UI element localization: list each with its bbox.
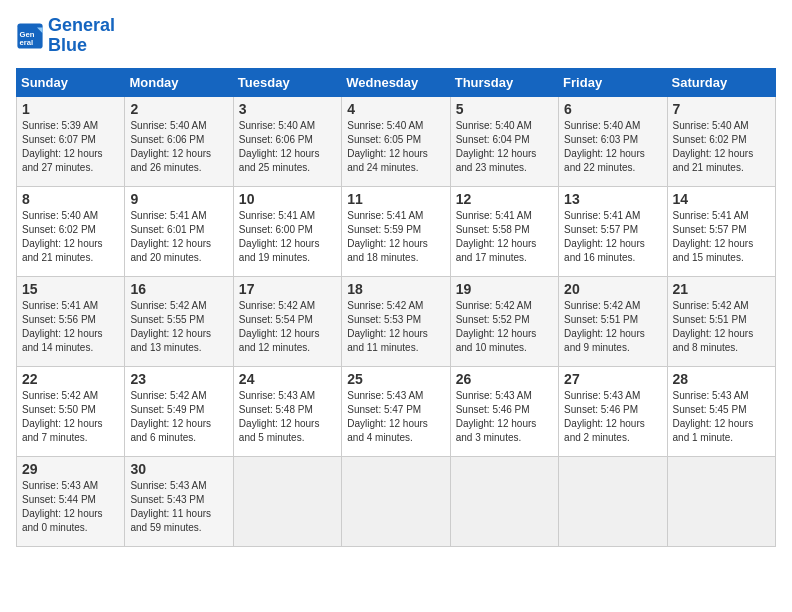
day-info: Sunrise: 5:41 AMSunset: 5:59 PMDaylight:… (347, 209, 444, 265)
calendar-cell: 24Sunrise: 5:43 AMSunset: 5:48 PMDayligh… (233, 366, 341, 456)
logo-icon: Gen eral (16, 22, 44, 50)
calendar-cell: 18Sunrise: 5:42 AMSunset: 5:53 PMDayligh… (342, 276, 450, 366)
day-number: 18 (347, 281, 444, 297)
calendar-cell: 19Sunrise: 5:42 AMSunset: 5:52 PMDayligh… (450, 276, 558, 366)
day-header-friday: Friday (559, 68, 667, 96)
day-info: Sunrise: 5:42 AMSunset: 5:52 PMDaylight:… (456, 299, 553, 355)
calendar-cell: 12Sunrise: 5:41 AMSunset: 5:58 PMDayligh… (450, 186, 558, 276)
day-header-sunday: Sunday (17, 68, 125, 96)
day-number: 24 (239, 371, 336, 387)
calendar-cell: 23Sunrise: 5:42 AMSunset: 5:49 PMDayligh… (125, 366, 233, 456)
logo-text: General Blue (48, 16, 115, 56)
day-info: Sunrise: 5:41 AMSunset: 5:58 PMDaylight:… (456, 209, 553, 265)
calendar-cell: 14Sunrise: 5:41 AMSunset: 5:57 PMDayligh… (667, 186, 775, 276)
calendar-cell: 11Sunrise: 5:41 AMSunset: 5:59 PMDayligh… (342, 186, 450, 276)
day-info: Sunrise: 5:43 AMSunset: 5:44 PMDaylight:… (22, 479, 119, 535)
day-number: 3 (239, 101, 336, 117)
day-info: Sunrise: 5:43 AMSunset: 5:45 PMDaylight:… (673, 389, 770, 445)
day-info: Sunrise: 5:40 AMSunset: 6:02 PMDaylight:… (22, 209, 119, 265)
day-info: Sunrise: 5:43 AMSunset: 5:48 PMDaylight:… (239, 389, 336, 445)
calendar-cell: 4Sunrise: 5:40 AMSunset: 6:05 PMDaylight… (342, 96, 450, 186)
day-number: 26 (456, 371, 553, 387)
day-number: 22 (22, 371, 119, 387)
day-info: Sunrise: 5:42 AMSunset: 5:49 PMDaylight:… (130, 389, 227, 445)
calendar-cell (559, 456, 667, 546)
calendar-cell: 16Sunrise: 5:42 AMSunset: 5:55 PMDayligh… (125, 276, 233, 366)
day-header-saturday: Saturday (667, 68, 775, 96)
calendar-cell: 15Sunrise: 5:41 AMSunset: 5:56 PMDayligh… (17, 276, 125, 366)
calendar-cell: 2Sunrise: 5:40 AMSunset: 6:06 PMDaylight… (125, 96, 233, 186)
day-info: Sunrise: 5:39 AMSunset: 6:07 PMDaylight:… (22, 119, 119, 175)
day-number: 9 (130, 191, 227, 207)
calendar-cell: 22Sunrise: 5:42 AMSunset: 5:50 PMDayligh… (17, 366, 125, 456)
calendar-cell: 27Sunrise: 5:43 AMSunset: 5:46 PMDayligh… (559, 366, 667, 456)
calendar-cell: 20Sunrise: 5:42 AMSunset: 5:51 PMDayligh… (559, 276, 667, 366)
calendar-body: 1Sunrise: 5:39 AMSunset: 6:07 PMDaylight… (17, 96, 776, 546)
day-info: Sunrise: 5:42 AMSunset: 5:53 PMDaylight:… (347, 299, 444, 355)
page-header: Gen eral General Blue (16, 16, 776, 56)
calendar-cell: 3Sunrise: 5:40 AMSunset: 6:06 PMDaylight… (233, 96, 341, 186)
calendar-cell: 29Sunrise: 5:43 AMSunset: 5:44 PMDayligh… (17, 456, 125, 546)
day-number: 10 (239, 191, 336, 207)
day-info: Sunrise: 5:42 AMSunset: 5:55 PMDaylight:… (130, 299, 227, 355)
day-number: 13 (564, 191, 661, 207)
day-number: 30 (130, 461, 227, 477)
calendar-cell: 6Sunrise: 5:40 AMSunset: 6:03 PMDaylight… (559, 96, 667, 186)
day-number: 14 (673, 191, 770, 207)
calendar-cell: 28Sunrise: 5:43 AMSunset: 5:45 PMDayligh… (667, 366, 775, 456)
day-info: Sunrise: 5:41 AMSunset: 5:57 PMDaylight:… (673, 209, 770, 265)
calendar-week-0: 1Sunrise: 5:39 AMSunset: 6:07 PMDaylight… (17, 96, 776, 186)
day-header-thursday: Thursday (450, 68, 558, 96)
day-number: 1 (22, 101, 119, 117)
day-info: Sunrise: 5:41 AMSunset: 6:01 PMDaylight:… (130, 209, 227, 265)
calendar-week-4: 29Sunrise: 5:43 AMSunset: 5:44 PMDayligh… (17, 456, 776, 546)
calendar-cell: 30Sunrise: 5:43 AMSunset: 5:43 PMDayligh… (125, 456, 233, 546)
calendar-cell: 25Sunrise: 5:43 AMSunset: 5:47 PMDayligh… (342, 366, 450, 456)
svg-text:eral: eral (20, 38, 34, 47)
calendar-header-row: SundayMondayTuesdayWednesdayThursdayFrid… (17, 68, 776, 96)
calendar-cell (233, 456, 341, 546)
day-info: Sunrise: 5:40 AMSunset: 6:04 PMDaylight:… (456, 119, 553, 175)
day-number: 15 (22, 281, 119, 297)
day-number: 19 (456, 281, 553, 297)
day-number: 11 (347, 191, 444, 207)
day-info: Sunrise: 5:40 AMSunset: 6:06 PMDaylight:… (239, 119, 336, 175)
calendar-cell: 5Sunrise: 5:40 AMSunset: 6:04 PMDaylight… (450, 96, 558, 186)
day-info: Sunrise: 5:41 AMSunset: 6:00 PMDaylight:… (239, 209, 336, 265)
calendar-cell (667, 456, 775, 546)
calendar-cell (450, 456, 558, 546)
day-number: 21 (673, 281, 770, 297)
day-number: 28 (673, 371, 770, 387)
day-info: Sunrise: 5:43 AMSunset: 5:47 PMDaylight:… (347, 389, 444, 445)
calendar-cell: 8Sunrise: 5:40 AMSunset: 6:02 PMDaylight… (17, 186, 125, 276)
calendar-table: SundayMondayTuesdayWednesdayThursdayFrid… (16, 68, 776, 547)
day-number: 5 (456, 101, 553, 117)
day-number: 2 (130, 101, 227, 117)
day-info: Sunrise: 5:42 AMSunset: 5:51 PMDaylight:… (564, 299, 661, 355)
day-header-tuesday: Tuesday (233, 68, 341, 96)
day-info: Sunrise: 5:42 AMSunset: 5:51 PMDaylight:… (673, 299, 770, 355)
day-number: 6 (564, 101, 661, 117)
calendar-cell: 9Sunrise: 5:41 AMSunset: 6:01 PMDaylight… (125, 186, 233, 276)
day-info: Sunrise: 5:43 AMSunset: 5:43 PMDaylight:… (130, 479, 227, 535)
day-header-wednesday: Wednesday (342, 68, 450, 96)
calendar-week-3: 22Sunrise: 5:42 AMSunset: 5:50 PMDayligh… (17, 366, 776, 456)
calendar-cell: 7Sunrise: 5:40 AMSunset: 6:02 PMDaylight… (667, 96, 775, 186)
day-info: Sunrise: 5:41 AMSunset: 5:57 PMDaylight:… (564, 209, 661, 265)
day-number: 29 (22, 461, 119, 477)
day-info: Sunrise: 5:42 AMSunset: 5:54 PMDaylight:… (239, 299, 336, 355)
day-info: Sunrise: 5:40 AMSunset: 6:02 PMDaylight:… (673, 119, 770, 175)
day-number: 20 (564, 281, 661, 297)
day-number: 25 (347, 371, 444, 387)
day-info: Sunrise: 5:40 AMSunset: 6:06 PMDaylight:… (130, 119, 227, 175)
day-info: Sunrise: 5:40 AMSunset: 6:03 PMDaylight:… (564, 119, 661, 175)
day-info: Sunrise: 5:40 AMSunset: 6:05 PMDaylight:… (347, 119, 444, 175)
calendar-cell: 21Sunrise: 5:42 AMSunset: 5:51 PMDayligh… (667, 276, 775, 366)
day-number: 27 (564, 371, 661, 387)
day-info: Sunrise: 5:43 AMSunset: 5:46 PMDaylight:… (564, 389, 661, 445)
day-number: 16 (130, 281, 227, 297)
day-number: 23 (130, 371, 227, 387)
calendar-cell: 26Sunrise: 5:43 AMSunset: 5:46 PMDayligh… (450, 366, 558, 456)
day-number: 8 (22, 191, 119, 207)
day-number: 12 (456, 191, 553, 207)
